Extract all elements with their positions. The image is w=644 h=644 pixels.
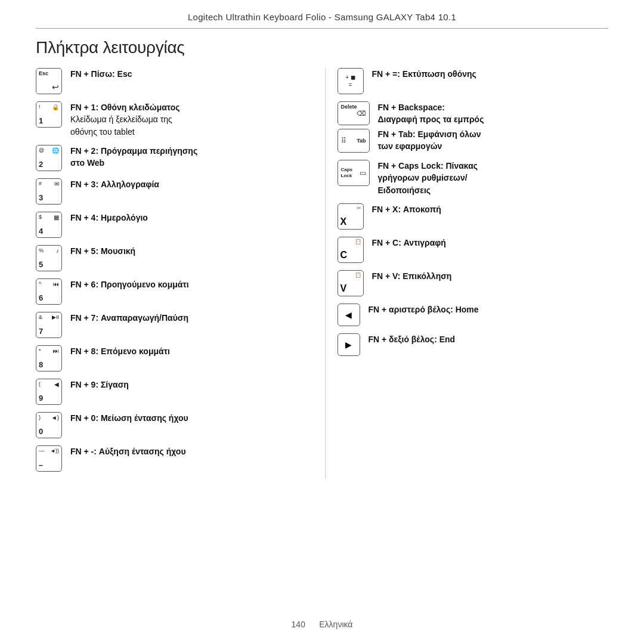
key-5-icon: ♪ xyxy=(56,247,59,254)
key-3: # ✉ 3 xyxy=(36,178,62,205)
key-2-top: @ 🌐 xyxy=(39,147,59,154)
key-7-icon: ▶II xyxy=(52,314,59,320)
key-minus-icon: ◄)) xyxy=(50,448,59,454)
key-8-main: 8 xyxy=(39,360,59,369)
fn-label-7: FN + 7: Αναπαραγωγή/Παύση xyxy=(70,312,188,324)
key-1-icon: 🔒 xyxy=(52,104,59,110)
fn-label-esc: FN + Πίσω: Esc xyxy=(70,68,132,80)
key-v: 📋 V xyxy=(338,270,364,296)
footer-page-number: 140 xyxy=(292,620,305,629)
fn-row-9: ( ◀ 9 FN + 9: Σίγαση xyxy=(36,379,307,405)
fn-row-0: ) ◄) 0 FN + 0: Μείωση έντασης ήχου xyxy=(36,412,307,438)
key-7: & ▶II 7 xyxy=(36,312,62,338)
key-esc-icon: ↩ xyxy=(52,82,59,92)
key-tab-icon: ⠿ xyxy=(341,137,346,145)
fn-row-7: & ▶II 7 FN + 7: Αναπαραγωγή/Παύση xyxy=(36,312,307,338)
fn-row-1: ! 🔒 1 FN + 1: Οθόνη κλειδώματος Κλείδωμα… xyxy=(36,101,307,138)
key-1-main: 1 xyxy=(39,116,59,125)
key-5: % ♪ 5 xyxy=(36,245,62,271)
key-4-icon: ▦ xyxy=(54,214,59,221)
page: Logitech Ultrathin Keyboard Folio - Sams… xyxy=(0,0,644,644)
header-title: Logitech Ultrathin Keyboard Folio - Sams… xyxy=(188,12,456,22)
fn-label-plus-eq: FN + =: Εκτύπωση οθόνης xyxy=(372,68,476,80)
key-left-arrow: ◀ xyxy=(338,304,360,326)
key-4-main: 4 xyxy=(39,227,59,236)
key-7-shift: & xyxy=(39,314,42,320)
key-0-shift: ) xyxy=(39,414,41,420)
fn-label-delete-tab-group: FN + Backspace:Διαγραφή προς τα εμπρός F… xyxy=(378,101,484,152)
key-v-letter: V xyxy=(340,283,347,294)
key-2-icon: 🌐 xyxy=(52,147,59,154)
fn-label-minus: FN + -: Αύξηση έντασης ήχου xyxy=(70,445,186,457)
fn-label-4: FN + 4: Ημερολόγιο xyxy=(70,212,148,224)
footer: 140 Ελληνικά xyxy=(0,620,644,629)
key-x-sup: ✂ xyxy=(357,205,361,211)
fn-row-plus-eq: + ◼ = FN + =: Εκτύπωση οθόνης xyxy=(338,68,609,94)
fn-row-4: $ ▦ 4 FN + 4: Ημερολόγιο xyxy=(36,212,307,238)
key-0: ) ◄) 0 xyxy=(36,412,62,438)
key-4-shift: $ xyxy=(39,214,42,220)
fn-label-x: FN + X: Αποκοπή xyxy=(372,203,441,215)
key-5-top: % ♪ xyxy=(39,247,59,254)
fn-row-v: 📋 V FN + V: Επικόλληση xyxy=(338,270,609,296)
header: Logitech Ultrathin Keyboard Folio - Sams… xyxy=(36,12,608,29)
key-minus-main: – xyxy=(39,460,59,469)
key-6-top: ^ ⏮ xyxy=(39,281,59,287)
right-column: + ◼ = FN + =: Εκτύπωση οθόνης Delete ⌫ ⠿… xyxy=(325,68,609,479)
key-7-main: 7 xyxy=(39,327,59,336)
fn-row-delete-tab: Delete ⌫ ⠿ Tab FN + Backspace:Διαγραφή π… xyxy=(338,101,609,153)
fn-row-3: # ✉ 3 FN + 3: Αλληλογραφία xyxy=(36,178,307,205)
key-delete: Delete ⌫ xyxy=(338,101,370,125)
fn-row-c: 📋 C FN + C: Αντιγραφή xyxy=(338,237,609,263)
key-6-shift: ^ xyxy=(39,281,41,287)
fn-label-v: FN + V: Επικόλληση xyxy=(372,270,452,282)
fn-label-2: FN + 2: Πρόγραμμα περιήγησης στο Web xyxy=(70,145,197,169)
section-title: Πλήκτρα λειτουργίας xyxy=(36,38,608,57)
key-8: * ⏭ 8 xyxy=(36,345,62,371)
key-delete-icon: ⌫ xyxy=(357,110,366,117)
fn-row-6: ^ ⏮ 6 FN + 6: Προηγούμενο κομμάτι xyxy=(36,278,307,305)
key-caps-icon: ▭ xyxy=(360,169,366,177)
key-2-shift: @ xyxy=(39,147,44,153)
key-3-main: 3 xyxy=(39,193,59,202)
key-9-main: 9 xyxy=(39,394,59,402)
key-4: $ ▦ 4 xyxy=(36,212,62,238)
fn-row-5: % ♪ 5 FN + 5: Μουσική xyxy=(36,245,307,271)
fn-label-delete: FN + Backspace:Διαγραφή προς τα εμπρός xyxy=(378,101,484,126)
key-4-top: $ ▦ xyxy=(39,214,59,221)
fn-row-x: ✂ X FN + X: Αποκοπή xyxy=(338,203,609,230)
fn-label-0: FN + 0: Μείωση έντασης ήχου xyxy=(70,412,188,424)
key-3-icon: ✉ xyxy=(54,181,59,187)
key-8-shift: * xyxy=(39,348,41,354)
key-0-top: ) ◄) xyxy=(39,414,59,421)
key-9: ( ◀ 9 xyxy=(36,379,62,405)
key-7-top: & ▶II xyxy=(39,314,59,320)
fn-row-2: @ 🌐 2 FN + 2: Πρόγραμμα περιήγησης στο W… xyxy=(36,145,307,171)
key-caps: CapsLock ▭ xyxy=(338,160,370,186)
key-3-top: # ✉ xyxy=(39,181,59,187)
footer-language: Ελληνικά xyxy=(319,620,352,629)
key-1: ! 🔒 1 xyxy=(36,101,62,128)
key-tab-label: Tab xyxy=(357,138,366,144)
fn-row-8: * ⏭ 8 FN + 8: Επόμενο κομμάτι xyxy=(36,345,307,371)
fn-label-9: FN + 9: Σίγαση xyxy=(70,379,129,391)
key-x: ✂ X xyxy=(338,203,364,230)
key-6: ^ ⏮ 6 xyxy=(36,278,62,305)
key-1-shift: ! xyxy=(39,104,41,110)
fn-label-left-arrow: FN + αριστερό βέλος: Home xyxy=(369,304,479,315)
key-tab: ⠿ Tab xyxy=(338,129,370,153)
key-8-icon: ⏭ xyxy=(53,348,59,354)
key-x-letter: X xyxy=(340,216,347,227)
key-plus-icon: + ◼ xyxy=(345,74,355,81)
key-1-top: ! 🔒 xyxy=(39,104,59,110)
key-5-main: 5 xyxy=(39,260,59,269)
key-2-main: 2 xyxy=(39,160,59,169)
fn-label-5: FN + 5: Μουσική xyxy=(70,245,135,257)
key-minus: — ◄)) – xyxy=(36,445,62,472)
fn-row-esc: Esc ↩ FN + Πίσω: Esc xyxy=(36,68,307,94)
fn-row-caps: CapsLock ▭ FN + Caps Lock: Πίνακας γρήγο… xyxy=(338,160,609,196)
fn-row-left-arrow: ◀ FN + αριστερό βέλος: Home xyxy=(338,304,609,326)
key-right-arrow: ▶ xyxy=(338,333,360,356)
fn-row-minus: — ◄)) – FN + -: Αύξηση έντασης ήχου xyxy=(36,445,307,472)
key-delete-label: Delete xyxy=(341,104,357,110)
